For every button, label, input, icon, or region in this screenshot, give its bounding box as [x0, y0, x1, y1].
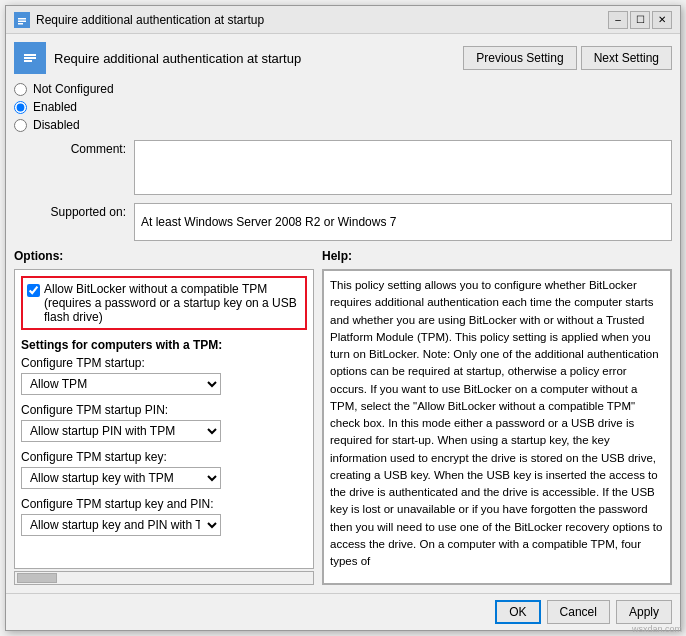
tpm-checkbox-label: Allow BitLocker without a compatible TPM…	[44, 282, 301, 324]
svg-rect-2	[18, 20, 26, 22]
comment-label: Comment:	[14, 140, 134, 156]
tpm-startup-key-pin-dropdown[interactable]: Allow startup key and PIN with TPM Requi…	[21, 514, 221, 536]
main-window: Require additional authentication at sta…	[5, 5, 681, 631]
cancel-button[interactable]: Cancel	[547, 600, 610, 624]
next-setting-button[interactable]: Next Setting	[581, 46, 672, 70]
options-horizontal-scrollbar[interactable]	[14, 571, 314, 585]
watermark: wsxdan.com	[632, 624, 682, 634]
help-scroll-inner[interactable]: This policy setting allows you to config…	[323, 270, 671, 584]
comment-row: Comment:	[14, 140, 672, 195]
bottom-bar: wsxdan.com OK Cancel Apply	[6, 593, 680, 630]
apply-button[interactable]: Apply	[616, 600, 672, 624]
title-bar: Require additional authentication at sta…	[6, 6, 680, 34]
configure-tpm-startup-label: Configure TPM startup:	[21, 356, 307, 370]
enabled-radio[interactable]	[14, 101, 27, 114]
tpm-startup-pin-dropdown[interactable]: Allow startup PIN with TPM Require start…	[21, 420, 221, 442]
enabled-label: Enabled	[33, 100, 77, 114]
svg-rect-1	[18, 18, 26, 20]
help-scroll-area: This policy setting allows you to config…	[322, 269, 672, 585]
options-column: Options: Allow BitLocker without a compa…	[14, 249, 314, 585]
header-row: Require additional authentication at sta…	[14, 42, 672, 74]
svg-rect-5	[24, 54, 36, 56]
two-column-section: Options: Allow BitLocker without a compa…	[14, 249, 672, 585]
radio-enabled: Enabled	[14, 100, 672, 114]
options-scroll-area: Allow BitLocker without a compatible TPM…	[14, 269, 314, 569]
svg-rect-7	[24, 60, 32, 62]
options-scroll-inner[interactable]: Allow BitLocker without a compatible TPM…	[15, 270, 313, 568]
help-column: Help: This policy setting allows you to …	[322, 249, 672, 585]
minimize-button[interactable]: –	[608, 11, 628, 29]
configure-tpm-pin-row: Allow startup PIN with TPM Require start…	[21, 420, 307, 442]
configure-tpm-pin-label: Configure TPM startup PIN:	[21, 403, 307, 417]
supported-value: At least Windows Server 2008 R2 or Windo…	[134, 203, 672, 241]
hscroll-thumb	[17, 573, 57, 583]
configure-tpm-key-pin-row: Allow startup key and PIN with TPM Requi…	[21, 514, 307, 536]
tpm-checkbox-row: Allow BitLocker without a compatible TPM…	[27, 282, 301, 324]
radio-section: Not Configured Enabled Disabled	[14, 82, 672, 132]
window-icon	[14, 12, 30, 28]
supported-label: Supported on:	[14, 203, 134, 219]
header-buttons: Previous Setting Next Setting	[463, 46, 672, 70]
options-header: Options:	[14, 249, 314, 263]
window-title: Require additional authentication at sta…	[36, 13, 608, 27]
main-content: Require additional authentication at sta…	[6, 34, 680, 593]
comment-textarea[interactable]	[134, 140, 672, 195]
radio-not-configured: Not Configured	[14, 82, 672, 96]
svg-rect-3	[18, 23, 23, 25]
dialog-title: Require additional authentication at sta…	[54, 51, 463, 66]
ok-button[interactable]: OK	[495, 600, 540, 624]
not-configured-label: Not Configured	[33, 82, 114, 96]
configure-tpm-key-pin-label: Configure TPM startup key and PIN:	[21, 497, 307, 511]
tpm-section-label: Settings for computers with a TPM:	[21, 338, 307, 352]
disabled-radio[interactable]	[14, 119, 27, 132]
configure-tpm-key-label: Configure TPM startup key:	[21, 450, 307, 464]
tpm-checkbox-box: Allow BitLocker without a compatible TPM…	[21, 276, 307, 330]
tpm-checkbox[interactable]	[27, 284, 40, 297]
tpm-startup-key-dropdown[interactable]: Allow startup key with TPM Require start…	[21, 467, 221, 489]
not-configured-radio[interactable]	[14, 83, 27, 96]
svg-rect-6	[24, 57, 36, 59]
tpm-startup-dropdown[interactable]: Allow TPM Require TPM Do not allow TPM	[21, 373, 221, 395]
maximize-button[interactable]: ☐	[630, 11, 650, 29]
title-bar-buttons: – ☐ ✕	[608, 11, 672, 29]
help-text: This policy setting allows you to config…	[330, 279, 662, 567]
supported-row: Supported on: At least Windows Server 20…	[14, 203, 672, 241]
disabled-label: Disabled	[33, 118, 80, 132]
radio-disabled: Disabled	[14, 118, 672, 132]
configure-tpm-startup-row: Allow TPM Require TPM Do not allow TPM	[21, 373, 307, 395]
previous-setting-button[interactable]: Previous Setting	[463, 46, 576, 70]
configure-tpm-key-row: Allow startup key with TPM Require start…	[21, 467, 307, 489]
help-header: Help:	[322, 249, 672, 263]
close-button[interactable]: ✕	[652, 11, 672, 29]
header-icon	[14, 42, 46, 74]
